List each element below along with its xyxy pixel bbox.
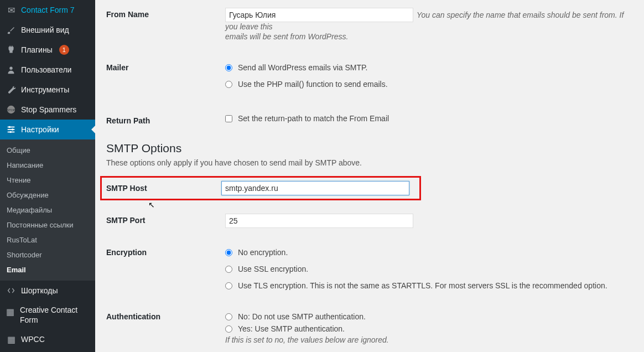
- row-authentication: Authentication No: Do not use SMTP authe…: [106, 302, 633, 351]
- encryption-none-label[interactable]: No encryption.: [238, 248, 288, 257]
- sidebar-item-label: Внешний вид: [21, 25, 69, 34]
- sidebar-item-users[interactable]: Пользователи: [0, 60, 95, 80]
- generic-icon: ▦: [6, 334, 17, 345]
- mailer-php-radio[interactable]: [225, 81, 232, 88]
- mailer-php-label[interactable]: Use the PHP mail() function to send emai…: [238, 80, 388, 89]
- wrench-icon: [6, 84, 17, 95]
- sidebar-item-label: Плагины: [21, 45, 53, 54]
- sidebar-item-label: Настройки: [21, 125, 59, 134]
- from-name-input[interactable]: [225, 8, 413, 22]
- smtp-host-label: SMTP Host: [106, 184, 221, 193]
- auth-yes-radio[interactable]: [225, 325, 232, 333]
- submenu-reading[interactable]: Чтение: [0, 173, 95, 188]
- smtp-host-input[interactable]: [221, 181, 409, 195]
- sidebar-item-label: Contact Form 7: [21, 6, 74, 14]
- sidebar-item-label: WPCC: [21, 335, 45, 344]
- auth-yes-label[interactable]: Yes: Use SMTP authentication.: [238, 324, 345, 333]
- encryption-ssl-label[interactable]: Use SSL encryption.: [238, 265, 308, 273]
- brush-icon: [6, 24, 17, 35]
- svg-text:STOP: STOP: [7, 108, 15, 112]
- sidebar-item-contact-form-7[interactable]: ✉ Contact Form 7: [0, 0, 95, 20]
- plug-icon: [6, 44, 17, 55]
- encryption-ssl-radio[interactable]: [225, 266, 232, 273]
- admin-sidebar: ✉ Contact Form 7 Внешний вид Плагины 1 П…: [0, 0, 95, 352]
- submenu-writing[interactable]: Написание: [0, 158, 95, 173]
- from-name-desc-below: emails will be sent from WordPress.: [225, 32, 633, 41]
- encryption-tls-label[interactable]: Use TLS encryption. This is not the same…: [238, 281, 607, 290]
- svg-point-0: [9, 67, 12, 70]
- submenu-email[interactable]: Email: [0, 262, 95, 277]
- submenu-permalinks[interactable]: Постоянные ссылки: [0, 218, 95, 232]
- user-icon: [6, 64, 17, 75]
- svg-point-8: [9, 131, 12, 133]
- smtp-host-highlight: SMTP Host: [100, 176, 421, 200]
- row-from-name: From Name You can specify the name that …: [106, 6, 633, 48]
- auth-label: Authentication: [106, 310, 225, 321]
- submenu-discussion[interactable]: Обсуждение: [0, 188, 95, 203]
- sidebar-item-label: Инструменты: [21, 85, 69, 94]
- auth-no-label[interactable]: No: Do not use SMTP authentication.: [238, 312, 366, 321]
- sidebar-item-shortcodes[interactable]: Шорткоды: [0, 281, 95, 301]
- stop-icon: STOP: [6, 104, 17, 115]
- return-path-label: Return Path: [106, 114, 225, 125]
- row-mailer: Mailer Send all WordPress emails via SMT…: [106, 48, 633, 101]
- sidebar-item-stop-spammers[interactable]: STOP Stop Spammers: [0, 100, 95, 120]
- row-return-path: Return Path Set the return-path to match…: [106, 101, 633, 132]
- encryption-label: Encryption: [106, 246, 225, 257]
- sidebar-item-label: Stop Spammers: [21, 105, 76, 114]
- settings-content: From Name You can specify the name that …: [95, 0, 644, 352]
- submenu-general[interactable]: Общие: [0, 143, 95, 158]
- mailer-smtp-radio[interactable]: [225, 64, 232, 71]
- sidebar-item-label: Шорткоды: [21, 286, 58, 295]
- smtp-port-label: SMTP Port: [106, 214, 225, 225]
- code-icon: [6, 285, 17, 296]
- auth-note: If this is set to no, the values below a…: [225, 335, 633, 344]
- return-path-checkbox[interactable]: [225, 115, 232, 122]
- row-smtp-port: SMTP Port: [106, 200, 633, 235]
- submenu-media[interactable]: Медиафайлы: [0, 203, 95, 218]
- sidebar-item-tools[interactable]: Инструменты: [0, 80, 95, 100]
- mailer-smtp-label[interactable]: Send all WordPress emails via SMTP.: [238, 63, 367, 72]
- sidebar-item-label: Creative Contact Form: [20, 305, 90, 325]
- submenu-shortcoder[interactable]: Shortcoder: [0, 247, 95, 262]
- mailer-label: Mailer: [106, 61, 225, 72]
- sliders-icon: [6, 124, 17, 135]
- form-icon: ✉: [6, 4, 17, 15]
- form-icon: ▦: [6, 306, 15, 317]
- encryption-none-radio[interactable]: [225, 249, 232, 256]
- settings-submenu: Общие Написание Чтение Обсуждение Медиаф…: [0, 139, 95, 281]
- sidebar-item-plugins[interactable]: Плагины 1: [0, 40, 95, 60]
- return-path-check-label[interactable]: Set the return-path to match the From Em…: [238, 114, 389, 123]
- smtp-port-input[interactable]: [225, 214, 413, 228]
- encryption-tls-radio[interactable]: [225, 282, 232, 289]
- auth-no-radio[interactable]: [225, 313, 232, 320]
- sidebar-item-appearance[interactable]: Внешний вид: [0, 20, 95, 40]
- smtp-options-heading: SMTP Options: [106, 142, 633, 155]
- svg-point-6: [9, 126, 11, 128]
- submenu-rustolat[interactable]: RusToLat: [0, 232, 95, 247]
- sidebar-item-wptouch[interactable]: 📱 WPtouch: [0, 349, 95, 352]
- sidebar-item-label: Пользователи: [21, 65, 71, 74]
- smtp-options-desc: These options only apply if you have cho…: [106, 158, 633, 167]
- sidebar-item-settings[interactable]: Настройки: [0, 120, 95, 139]
- from-name-label: From Name: [106, 8, 225, 19]
- sidebar-item-wpcc[interactable]: ▦ WPCC: [0, 329, 95, 349]
- row-encryption: Encryption No encryption. Use SSL encryp…: [106, 235, 633, 302]
- sidebar-item-creative-contact-form[interactable]: ▦ Creative Contact Form: [0, 301, 95, 329]
- svg-point-7: [12, 128, 14, 131]
- update-badge: 1: [59, 45, 69, 55]
